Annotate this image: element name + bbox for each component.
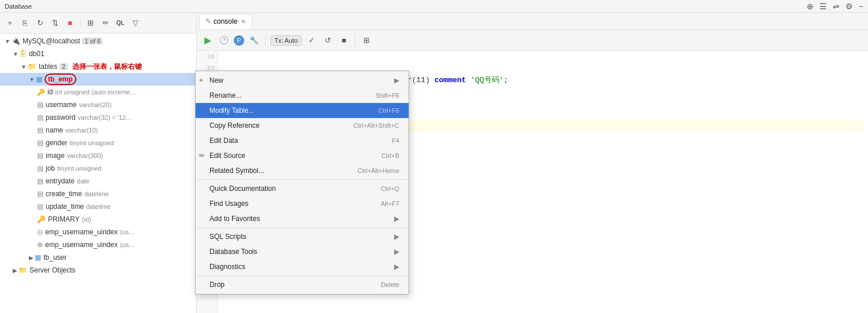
tables-label: tables bbox=[39, 62, 57, 71]
col-image[interactable]: ▤ image varchar(300) bbox=[0, 149, 196, 162]
ctx-rename-label: Rename... bbox=[209, 91, 241, 100]
ctx-diagnostics-label: Diagnostics bbox=[209, 263, 245, 271]
ctx-edit-source-label: Edit Source bbox=[209, 152, 245, 160]
check-icon[interactable]: ✓ bbox=[305, 34, 318, 47]
db-chevron: ▼ bbox=[13, 51, 19, 57]
ctx-related-symbol-shortcut: Ctrl+Alt+Home bbox=[346, 167, 399, 174]
run-button[interactable]: ▶ bbox=[201, 34, 214, 47]
add-button[interactable]: + bbox=[3, 17, 16, 30]
ctx-edit-data-label: Edit Data bbox=[209, 137, 238, 145]
ctx-db-tools-label: Database Tools bbox=[209, 248, 258, 256]
tb-emp-item[interactable]: ▼ ▦ tb_emp bbox=[0, 73, 196, 86]
col-create-time-name: create_time bbox=[46, 190, 82, 198]
ctx-new-label: New bbox=[209, 76, 223, 84]
col-password-type: varchar(32) = '12... bbox=[78, 114, 131, 121]
title-bar: Database ⊕ ☰ ⇌ ⚙ − bbox=[0, 0, 868, 13]
key-primary-icon: 🔑 bbox=[37, 215, 46, 223]
idx-2-icon: ⊕ bbox=[37, 241, 43, 249]
ctx-sql-scripts[interactable]: SQL Scripts ▶ bbox=[196, 229, 409, 244]
ctx-edit-source[interactable]: ✏ Edit Source Ctrl+B bbox=[196, 148, 409, 163]
history-icon[interactable]: 🕐 bbox=[218, 34, 230, 47]
wrench-icon[interactable]: 🔧 bbox=[248, 34, 260, 47]
col-create-time[interactable]: ▤ create_time datetime bbox=[0, 187, 196, 200]
edit-button[interactable]: ✏ bbox=[99, 17, 112, 30]
col-job-icon: ▤ bbox=[37, 164, 43, 172]
col-password[interactable]: ▤ password varchar(32) = '12... bbox=[0, 111, 196, 124]
tab-bar: ✎ console ✕ bbox=[197, 13, 868, 30]
col-entrydate[interactable]: ▤ entrydate date bbox=[0, 175, 196, 187]
ctx-modify-table[interactable]: Modify Table... Ctrl+F6 bbox=[196, 103, 409, 118]
tree-area[interactable]: ▼ 🔌 MySQL@localhost 1 of 6 ▼ 🗄 db01 ▼ 📁 … bbox=[0, 34, 196, 313]
col-name[interactable]: ▤ name varchar(10) bbox=[0, 124, 196, 137]
ctx-modify-table-shortcut: Ctrl+F6 bbox=[367, 107, 399, 114]
ctx-sep-3 bbox=[196, 275, 409, 276]
db-item[interactable]: ▼ 🗄 db01 bbox=[0, 47, 196, 60]
ctx-copy-ref[interactable]: Copy Reference Ctrl+Alt+Shift+C bbox=[196, 118, 409, 133]
console-tab[interactable]: ✎ console ✕ bbox=[199, 14, 252, 29]
ctx-edit-data-shortcut: F4 bbox=[380, 137, 399, 144]
filter2-button[interactable]: ▽ bbox=[129, 17, 142, 30]
col-id[interactable]: 🔑 id int unsigned (auto increme... bbox=[0, 86, 196, 98]
copy-button[interactable]: ⎘ bbox=[19, 17, 31, 30]
profile-icon[interactable]: P bbox=[234, 35, 244, 46]
ctx-add-favorites[interactable]: Add to Favorites ▶ bbox=[196, 211, 409, 226]
server-objects-item[interactable]: ▶ 📁 Server Objects bbox=[0, 264, 196, 277]
idx-1-detail: (us... bbox=[120, 229, 134, 235]
tables-count: 2 bbox=[60, 63, 68, 70]
console-tab-icon: ✎ bbox=[205, 17, 211, 25]
stop-button[interactable]: ■ bbox=[64, 17, 76, 30]
ctx-new[interactable]: + New ▶ bbox=[196, 73, 409, 88]
tab-close-btn[interactable]: ✕ bbox=[241, 18, 246, 25]
refresh-button[interactable]: ↻ bbox=[34, 17, 46, 30]
settings-icon[interactable]: ⚙ bbox=[845, 2, 853, 11]
undo-icon[interactable]: ↺ bbox=[321, 34, 334, 47]
tx-badge[interactable]: Tx: Auto bbox=[270, 35, 301, 46]
ctx-modify-table-label: Modify Table... bbox=[209, 106, 254, 115]
filter-button[interactable]: ⇅ bbox=[49, 17, 61, 30]
key-primary[interactable]: 🔑 PRIMARY (id) bbox=[0, 213, 196, 226]
grid-icon[interactable]: ⊞ bbox=[360, 34, 373, 47]
idx-2[interactable]: ⊕ emp_username_uindex (us... bbox=[0, 238, 196, 251]
tables-folder[interactable]: ▼ 📁 tables 2 选择一张表，鼠标右键 bbox=[0, 60, 196, 73]
db-label: db01 bbox=[29, 50, 45, 58]
col-username[interactable]: ▤ username varchar(20) bbox=[0, 98, 196, 111]
ql-button[interactable]: QL bbox=[114, 17, 127, 30]
col-update-time-name: update_time bbox=[46, 202, 84, 211]
ctx-drop-label: Drop bbox=[209, 281, 225, 289]
annotation-text: 选择一张表，鼠标右键 bbox=[72, 62, 142, 72]
minimize-icon[interactable]: − bbox=[859, 2, 863, 11]
ctx-rename[interactable]: Rename... Shift+F6 bbox=[196, 88, 409, 103]
ctx-find-usages[interactable]: Find Usages Alt+F7 bbox=[196, 196, 409, 211]
ctx-sep-1 bbox=[196, 179, 409, 180]
idx-1[interactable]: ◎ emp_username_uindex (us... bbox=[0, 226, 196, 238]
ctx-diagnostics[interactable]: Diagnostics ▶ bbox=[196, 259, 409, 274]
col-gender[interactable]: ▤ gender tinyint unsigned bbox=[0, 137, 196, 149]
connection-label: MySQL@localhost bbox=[23, 37, 80, 45]
ctx-sql-scripts-arrow: ▶ bbox=[394, 233, 399, 241]
tb-user-item[interactable]: ▶ ▦ tb_user bbox=[0, 251, 196, 264]
stop-icon[interactable]: ■ bbox=[337, 34, 350, 47]
connection-icon: 🔌 bbox=[12, 37, 20, 45]
ctx-related-symbol[interactable]: Related Symbol... Ctrl+Alt+Home bbox=[196, 163, 409, 178]
left-toolbar: + ⎘ ↻ ⇅ ■ ⊞ ✏ QL ▽ bbox=[0, 13, 196, 34]
tb-user-chevron: ▶ bbox=[29, 255, 34, 261]
split-icon[interactable]: ⇌ bbox=[833, 2, 840, 11]
key-primary-detail: (id) bbox=[82, 216, 91, 223]
ctx-db-tools[interactable]: Database Tools ▶ bbox=[196, 244, 409, 259]
col-update-time[interactable]: ▤ update_time datetime bbox=[0, 200, 196, 213]
code-line-26 bbox=[222, 51, 863, 62]
ctx-edit-data[interactable]: Edit Data F4 bbox=[196, 133, 409, 148]
ctx-edit-source-shortcut: Ctrl+B bbox=[370, 152, 399, 159]
col-job[interactable]: ▤ job tinyint unsigned bbox=[0, 162, 196, 175]
ctx-quick-doc[interactable]: Quick Documentation Ctrl+Q bbox=[196, 181, 409, 196]
ctx-drop[interactable]: Drop Delete bbox=[196, 277, 409, 292]
connection-item[interactable]: ▼ 🔌 MySQL@localhost 1 of 6 bbox=[0, 35, 196, 47]
col-create-time-icon: ▤ bbox=[37, 190, 43, 198]
table-button[interactable]: ⊞ bbox=[84, 17, 97, 30]
key-primary-name: PRIMARY bbox=[48, 215, 79, 223]
col-gender-icon: ▤ bbox=[37, 139, 43, 147]
globe-icon[interactable]: ⊕ bbox=[807, 2, 814, 11]
ctx-drop-shortcut: Delete bbox=[369, 281, 399, 288]
ctx-find-usages-shortcut: Alt+F7 bbox=[369, 200, 399, 207]
align-icon[interactable]: ☰ bbox=[819, 2, 827, 11]
